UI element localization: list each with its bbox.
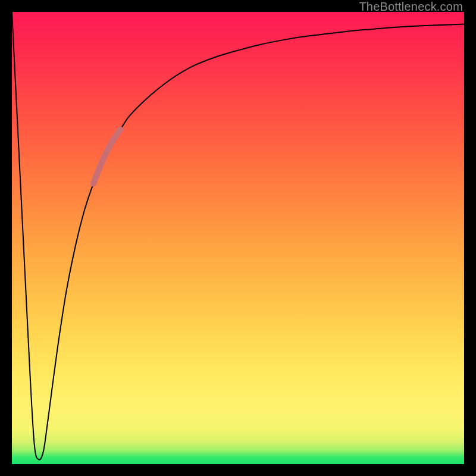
curve-highlight-segment [93, 130, 121, 184]
curve-layer [12, 12, 464, 464]
bottleneck-curve [12, 12, 464, 460]
chart-stage: TheBottleneck.com [0, 0, 476, 476]
watermark-text: TheBottleneck.com [359, 0, 463, 14]
plot-area [12, 12, 464, 464]
